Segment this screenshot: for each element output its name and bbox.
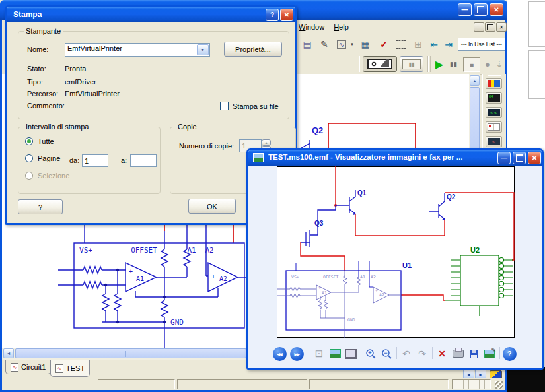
- range-all-radio[interactable]: [25, 137, 33, 145]
- pages-to-input[interactable]: [130, 154, 157, 167]
- screen: — ✕ WindowHelp — ✕ ▤ ✎ ∿ ▼ ▦ ✓ ⊞: [0, 0, 545, 392]
- maximize-button[interactable]: [474, 3, 488, 16]
- range-all-label: Tutte: [38, 137, 54, 145]
- function-generator-button[interactable]: 04: [486, 92, 502, 104]
- viewer-maximize-button[interactable]: [513, 152, 526, 164]
- gnd-label: GND: [170, 318, 184, 327]
- distortion-analyzer-icon: ∿: [488, 138, 500, 145]
- viewer-q3-label: Q3: [314, 220, 324, 227]
- mdi-restore-button[interactable]: [485, 22, 495, 32]
- dialog-titlebar[interactable]: Stampa ? ✕: [7, 7, 295, 22]
- printer-name-combo[interactable]: EmfVirtualPrinter ▼: [65, 43, 210, 57]
- tab-test[interactable]: ∿ TEST: [50, 360, 90, 377]
- offset-label: OFFSET: [131, 246, 157, 255]
- spinner-up-button[interactable]: ▲: [262, 139, 271, 146]
- minimize-button[interactable]: —: [458, 3, 472, 16]
- printer-type-value: emfDriver: [65, 78, 96, 86]
- region-select-button[interactable]: [393, 36, 409, 52]
- mdi-close-button[interactable]: ✕: [496, 22, 507, 32]
- viewer-opamp2-plus: +: [375, 288, 378, 293]
- rotate-right-button[interactable]: ↷: [415, 346, 429, 361]
- next-icon: ▶▶: [294, 352, 299, 356]
- scroll-left-button[interactable]: ◄: [3, 348, 14, 358]
- erc-check-button[interactable]: ✓: [376, 36, 392, 52]
- next-image-button[interactable]: ▶▶: [289, 346, 304, 361]
- in-use-list-combo[interactable]: --- In Use List ---: [458, 38, 505, 51]
- help-button[interactable]: ?: [502, 346, 517, 361]
- viewer-opamp1-name: A1: [322, 290, 327, 296]
- record-button[interactable]: ●: [482, 56, 493, 72]
- erase-button[interactable]: ✎: [316, 36, 332, 52]
- print-button[interactable]: [451, 346, 465, 361]
- copies-group-title: Copie: [176, 123, 199, 131]
- actual-size-icon: [330, 349, 341, 358]
- viewer-q1-label: Q1: [357, 189, 367, 197]
- transfer-in-button[interactable]: ⇤: [426, 36, 442, 52]
- slideshow-button[interactable]: [344, 346, 358, 361]
- pages-from-input[interactable]: [82, 154, 108, 167]
- maximize-icon: [477, 6, 484, 13]
- zoom-out-button[interactable]: −: [379, 346, 394, 361]
- print-to-file-checkbox[interactable]: [220, 102, 229, 110]
- transfer-out-button[interactable]: ⇥: [441, 36, 456, 52]
- save-button[interactable]: [466, 346, 481, 361]
- hierarchy-icon: ⊞: [414, 39, 422, 49]
- bode-plotter-icon: [488, 123, 500, 131]
- postprocessor-button[interactable]: ▤: [299, 36, 315, 52]
- viewer-close-button[interactable]: ✕: [528, 152, 541, 164]
- spinner-up-icon: ▲: [265, 141, 268, 145]
- zoom-in-button[interactable]: +: [363, 346, 378, 361]
- menu-help[interactable]: Help: [334, 20, 349, 35]
- mdi-minimize-button[interactable]: —: [474, 22, 484, 32]
- previous-icon: ◀◀: [277, 352, 281, 356]
- region-select-icon: [396, 40, 406, 49]
- properties-button[interactable]: Proprietà...: [224, 42, 282, 57]
- menu-window[interactable]: Window: [299, 20, 324, 35]
- resize-grip[interactable]: [495, 381, 503, 389]
- hierarchy-button[interactable]: ⊞: [410, 36, 426, 52]
- oscilloscope-button[interactable]: ∿∿: [486, 107, 502, 118]
- distortion-analyzer-button[interactable]: ∿: [486, 136, 502, 147]
- rotate-left-icon: ↶: [402, 348, 410, 359]
- run-button[interactable]: ▶: [433, 56, 446, 72]
- dialog-help-button[interactable]: ?: [266, 9, 279, 21]
- grapher-button[interactable]: ∿: [334, 36, 349, 52]
- status-bar: - -: [2, 378, 505, 390]
- emf-image: Q1 Q3 Q2 U1 U2 VS+ OFFSET A1 A2 + A1 + A…: [277, 166, 515, 338]
- range-selection-label: Selezione: [38, 172, 69, 180]
- printer-group-title: Stampante: [24, 27, 63, 35]
- viewer-schematic: Q1 Q3 Q2 U1 U2 VS+ OFFSET A1 A2 + A1 + A…: [277, 166, 515, 338]
- multimeter-button[interactable]: [486, 78, 502, 89]
- grapher-dropdown[interactable]: ▼: [350, 42, 354, 46]
- previous-image-button[interactable]: ◀◀: [272, 346, 287, 361]
- spreadsheet-button[interactable]: ▦: [357, 36, 373, 52]
- dialog-close-button[interactable]: ✕: [280, 9, 293, 21]
- horizontal-scroll-thumb[interactable]: [15, 348, 246, 358]
- combo-dropdown-icon[interactable]: ▼: [197, 44, 209, 55]
- rotate-left-button[interactable]: ↶: [399, 346, 414, 361]
- viewer-minimize-button[interactable]: —: [497, 152, 511, 164]
- pause-button[interactable]: ▮▮: [447, 56, 460, 72]
- range-pages-radio[interactable]: [25, 154, 33, 162]
- ok-button[interactable]: OK: [188, 199, 236, 214]
- viewer-title: TEST.ms100.emf - Visualizzatore immagini…: [268, 153, 462, 161]
- viewer-a1pin-label: A1: [360, 275, 365, 280]
- actual-size-button[interactable]: [328, 346, 342, 361]
- best-fit-button[interactable]: ⊡: [312, 346, 326, 361]
- minimize-icon: —: [462, 6, 468, 13]
- delete-button[interactable]: ✕: [435, 346, 449, 361]
- run-switch-button[interactable]: [363, 56, 397, 72]
- range-selection-radio[interactable]: [25, 172, 33, 180]
- pause-switch-button[interactable]: ▮▮: [400, 56, 423, 72]
- stop-button[interactable]: ■: [463, 57, 480, 72]
- step-button[interactable]: ⇣: [493, 56, 505, 72]
- tab-circuit1[interactable]: ∿ Circuit1: [5, 360, 51, 374]
- dialog-help2-button[interactable]: ?: [18, 199, 63, 214]
- viewer-a2pin-label: A2: [371, 275, 376, 280]
- viewer-titlebar[interactable]: TEST.ms100.emf - Visualizzatore immagini…: [248, 150, 542, 166]
- bode-plotter-button[interactable]: [486, 121, 502, 133]
- printer-group: Stampante Nome: EmfVirtualPrinter ▼ Prop…: [18, 31, 289, 119]
- close-button[interactable]: ✕: [490, 3, 503, 16]
- edit-button[interactable]: ✎: [482, 346, 497, 361]
- scroll-up-button[interactable]: ▲: [470, 75, 480, 86]
